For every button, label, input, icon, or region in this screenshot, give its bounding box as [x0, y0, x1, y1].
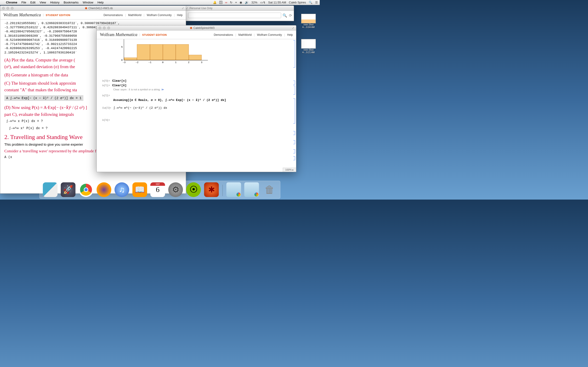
- dock: 🚀 ♫ 📖 SEP6 ⚙ ⦿ ✱ 🗑: [40, 181, 280, 199]
- x-tick: 3: [201, 61, 203, 64]
- dock-itunes[interactable]: ♫: [115, 182, 129, 197]
- mathematica-icon: ✱: [190, 26, 192, 30]
- wolfram-logo: Wolfram Mathematica: [100, 32, 137, 37]
- histogram-bar: [137, 44, 150, 60]
- x-tick: -1: [148, 61, 151, 64]
- desktop-screenshot-1[interactable]: reen Shot 4-...0.04 AM: [300, 14, 317, 28]
- formula-a: A ∫₋∞^∞ Exp[− (x − x̄)² / (2 σ²)] dx = 1: [4, 95, 83, 101]
- cell-in-label: In[71]:=: [102, 84, 110, 87]
- traffic-lights[interactable]: [99, 27, 110, 29]
- cell-bracket[interactable]: [293, 81, 295, 85]
- dock-spotify[interactable]: ⦿: [186, 182, 201, 197]
- bluetooth-icon[interactable]: ⌖: [235, 1, 237, 4]
- battery-icon[interactable]: ▭↯: [260, 1, 266, 4]
- cell-in-label: In[72]:=: [102, 94, 110, 97]
- zoom-control[interactable]: 100% ▸: [283, 168, 296, 172]
- user-menu[interactable]: Caleb Spires: [289, 1, 306, 4]
- cell-bracket[interactable]: [293, 140, 295, 144]
- dock-settings[interactable]: ⚙: [168, 182, 183, 197]
- menu-bookmarks[interactable]: Bookmarks: [64, 1, 78, 4]
- histogram-bar: [150, 44, 163, 60]
- link-mathworld[interactable]: MathWorld: [128, 14, 141, 17]
- data-line: -2.29119210555061`, 0.1286020383310722`,…: [4, 21, 182, 25]
- dock-ibooks[interactable]: 📖: [132, 182, 147, 197]
- x-tick: -2: [136, 61, 138, 64]
- error-more-link[interactable]: ≫: [161, 88, 164, 91]
- wifi-icon[interactable]: ◉: [240, 1, 242, 4]
- menu-window[interactable]: Window: [83, 1, 93, 4]
- mathematica-header: Wolfram Mathematica STUDENT EDITION Demo…: [97, 31, 296, 39]
- cell-out-label: Out[72]=: [102, 107, 111, 109]
- cell-bracket[interactable]: [293, 156, 295, 160]
- student-edition-label: STUDENT EDITION: [140, 33, 167, 36]
- search-window: ⤢ Personal Use Only 🔍 ⟳: [184, 6, 294, 21]
- dock-launchpad[interactable]: 🚀: [61, 182, 76, 197]
- cell-bracket[interactable]: [293, 131, 295, 135]
- menu-help[interactable]: Help: [97, 1, 104, 4]
- cell-output: ∫₋∞^∞ e^(− (x−x̄)² / (2 σ²)) dx: [113, 106, 167, 110]
- window-title: CalebSpiresHW3: [193, 26, 215, 30]
- dock-folder-2[interactable]: [244, 182, 259, 197]
- cell-code[interactable]: Clear[x̄]: [112, 83, 127, 87]
- notification-icon[interactable]: 🔔: [213, 1, 216, 4]
- timemachine-icon[interactable]: ↻: [230, 1, 233, 4]
- link-mathworld[interactable]: MathWorld: [238, 33, 252, 36]
- notebook-content[interactable]: -3-2-1012350 In[70]:=Clear[x] In[71]:=Cl…: [97, 39, 296, 172]
- refresh-icon[interactable]: ⟳: [289, 13, 292, 18]
- status-icon-d[interactable]: D: [219, 1, 222, 4]
- expand-icon[interactable]: ⤢: [292, 26, 294, 30]
- dock-chrome[interactable]: [79, 182, 94, 197]
- y-tick: 5: [121, 46, 124, 48]
- menu-history[interactable]: History: [50, 1, 59, 4]
- window-title: Personal Use Only: [190, 7, 212, 10]
- search-icon[interactable]: 🔍: [283, 13, 287, 18]
- cell-bracket[interactable]: [293, 149, 295, 153]
- link-demonstrations[interactable]: Demonstrations: [104, 14, 123, 17]
- traffic-lights[interactable]: [2, 7, 14, 10]
- expand-icon[interactable]: ⤢: [182, 7, 184, 10]
- dock-folder-1[interactable]: [226, 182, 241, 197]
- histogram-chart: -3-2-1012350: [111, 39, 208, 65]
- dock-finder[interactable]: [43, 182, 58, 197]
- mathematica-header: Wolfram Wolfram MathematicaMathematica S…: [0, 11, 186, 19]
- search-input[interactable]: [188, 13, 281, 18]
- histogram-bar: [176, 44, 189, 60]
- volume-icon[interactable]: 🔊: [245, 1, 249, 4]
- dock-calendar[interactable]: SEP6: [150, 182, 165, 197]
- cell-in-label: In[74]:=: [102, 119, 110, 121]
- spotlight-icon[interactable]: 🔍: [309, 1, 312, 4]
- notification-center-icon[interactable]: ☰: [315, 1, 318, 4]
- menu-file[interactable]: File: [21, 1, 26, 4]
- x-tick: 0: [162, 61, 164, 64]
- dock-divider: [223, 185, 223, 196]
- cell-bracket[interactable]: [293, 40, 295, 68]
- menu-view[interactable]: View: [40, 1, 46, 4]
- cell-bracket[interactable]: [293, 85, 295, 95]
- infinity-icon[interactable]: ∞: [225, 1, 227, 4]
- window-title: Chem3412-HW3.nb: [88, 7, 113, 10]
- battery-text[interactable]: 32%: [251, 1, 257, 4]
- cell-code[interactable]: Assuming[{σ ∈ Reals, σ > 0}, ∫₋∞^∞ Exp[−…: [113, 98, 291, 102]
- histogram-bar: [163, 44, 176, 60]
- link-demonstrations[interactable]: Demonstrations: [214, 33, 233, 36]
- dock-trash[interactable]: 🗑: [262, 182, 277, 197]
- wolfram-logo: Wolfram Wolfram MathematicaMathematica: [3, 13, 41, 17]
- expand-icon[interactable]: ⤢: [186, 7, 188, 10]
- x-tick: 1: [175, 61, 177, 64]
- student-edition-label: STUDENT EDITION: [43, 14, 70, 17]
- dock-firefox[interactable]: [97, 182, 111, 197]
- x-tick: 2: [188, 61, 190, 64]
- notebook-window-2: ✱CalebSpiresHW3 ⤢ Wolfram Mathematica ST…: [96, 25, 296, 172]
- cell-in-label: In[70]:=: [102, 80, 110, 82]
- cell-code[interactable]: Clear[x]: [112, 79, 127, 83]
- desktop-screenshot-2[interactable]: reen Shot 4-...9.21 AM: [300, 39, 317, 54]
- link-help[interactable]: Help: [287, 33, 293, 36]
- cell-bracket[interactable]: [293, 98, 295, 124]
- link-community[interactable]: Wolfram Community: [147, 14, 172, 17]
- app-menu[interactable]: Chrome: [6, 1, 17, 4]
- link-help[interactable]: Help: [177, 14, 183, 17]
- clock[interactable]: Sat 11:55 AM: [268, 1, 286, 4]
- dock-mathematica[interactable]: ✱: [204, 182, 219, 197]
- link-community[interactable]: Wolfram Community: [257, 33, 282, 36]
- menu-edit[interactable]: Edit: [30, 1, 35, 4]
